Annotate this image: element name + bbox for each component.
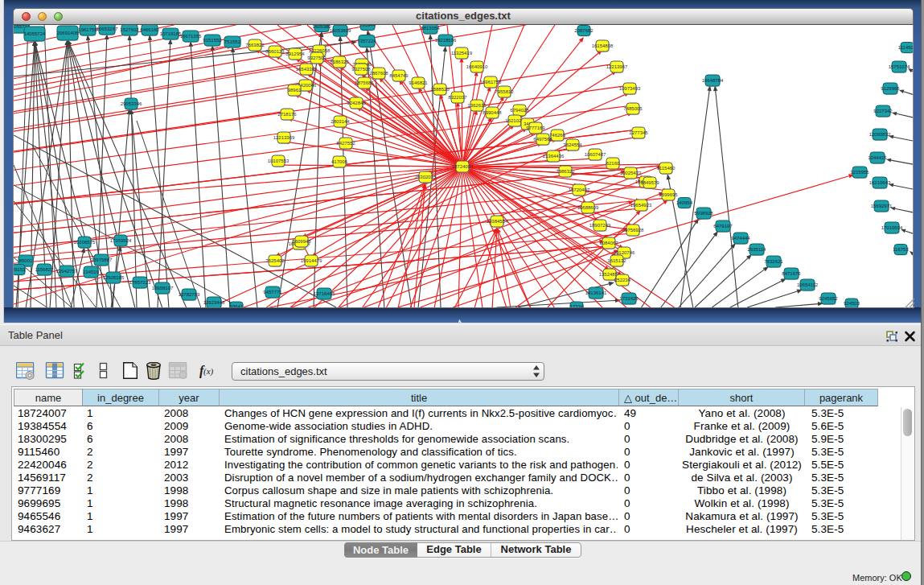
svg-text:1609948: 1609948 xyxy=(292,239,311,244)
svg-text:10107553: 10107553 xyxy=(268,159,290,163)
svg-text:2935114: 2935114 xyxy=(748,247,767,252)
svg-text:8186323: 8186323 xyxy=(330,60,349,64)
svg-text:9115460: 9115460 xyxy=(657,166,676,171)
svg-text:9327503: 9327503 xyxy=(307,56,326,60)
svg-text:10653267: 10653267 xyxy=(97,27,118,31)
svg-text:11325419: 11325419 xyxy=(451,51,473,56)
svg-text:21364436: 21364436 xyxy=(543,154,565,159)
svg-text:10688609: 10688609 xyxy=(577,205,599,210)
svg-text:9777169: 9777169 xyxy=(526,126,545,130)
svg-text:2718176: 2718176 xyxy=(277,112,297,117)
svg-text:10973493: 10973493 xyxy=(619,86,641,91)
svg-text:10120746: 10120746 xyxy=(614,250,635,255)
svg-text:1277345: 1277345 xyxy=(629,130,648,135)
svg-text:(x): (x) xyxy=(203,366,214,377)
svg-text:134519: 134519 xyxy=(83,270,100,274)
svg-text:19218506: 19218506 xyxy=(435,38,457,43)
svg-text:1849579: 1849579 xyxy=(640,180,659,185)
svg-text:15751074: 15751074 xyxy=(889,64,910,69)
svg-text:14136141: 14136141 xyxy=(585,290,607,295)
svg-text:10025433: 10025433 xyxy=(620,171,642,175)
svg-text:8813054: 8813054 xyxy=(421,26,440,31)
svg-text:62160: 62160 xyxy=(606,161,620,166)
svg-text:16053809: 16053809 xyxy=(330,28,351,33)
svg-text:8454749: 8454749 xyxy=(389,73,409,78)
svg-text:5875685: 5875685 xyxy=(355,80,374,85)
svg-text:13716485: 13716485 xyxy=(314,291,335,296)
svg-text:7485005: 7485005 xyxy=(623,106,643,111)
svg-text:1527602: 1527602 xyxy=(120,27,139,32)
svg-text:16648784: 16648784 xyxy=(702,78,724,83)
svg-text:1114501: 1114501 xyxy=(898,45,913,50)
svg-text:85001: 85001 xyxy=(19,258,33,263)
svg-text:12213369: 12213369 xyxy=(273,135,295,140)
svg-text:2803144: 2803144 xyxy=(331,119,350,124)
svg-text:18907249: 18907249 xyxy=(589,223,611,228)
svg-text:6479197: 6479197 xyxy=(713,224,733,229)
svg-text:8660123: 8660123 xyxy=(265,49,285,54)
svg-text:1588520: 1588520 xyxy=(430,87,450,92)
svg-text:252234: 252234 xyxy=(614,278,631,282)
svg-text:10719185: 10719185 xyxy=(160,31,182,36)
svg-text:5938928: 5938928 xyxy=(694,211,713,216)
svg-text:39153: 39153 xyxy=(14,267,26,272)
svg-text:10607487: 10607487 xyxy=(585,152,606,157)
svg-text:7357224: 7357224 xyxy=(357,39,376,43)
svg-text:25302035: 25302035 xyxy=(415,175,437,179)
svg-text:19384554: 19384554 xyxy=(487,219,508,224)
svg-text:17010504: 17010504 xyxy=(881,225,903,230)
svg-text:0699695: 0699695 xyxy=(659,192,678,197)
svg-text:8471676: 8471676 xyxy=(782,271,801,276)
svg-text:17359924: 17359924 xyxy=(110,238,132,243)
svg-text:924503: 924503 xyxy=(844,301,860,306)
svg-text:12093832: 12093832 xyxy=(869,132,891,137)
svg-text:6794028: 6794028 xyxy=(510,108,529,113)
svg-text:12923448: 12923448 xyxy=(203,300,225,305)
svg-text:9457771: 9457771 xyxy=(263,290,282,295)
svg-text:19756928: 19756928 xyxy=(622,228,644,233)
svg-text:10654112: 10654112 xyxy=(797,282,819,287)
svg-text:14055724: 14055724 xyxy=(24,31,46,36)
svg-text:7625402: 7625402 xyxy=(265,258,285,263)
svg-text:7955812: 7955812 xyxy=(495,89,514,94)
svg-text:9151552: 9151552 xyxy=(203,38,222,43)
svg-text:15720407: 15720407 xyxy=(569,187,590,192)
svg-text:93641: 93641 xyxy=(230,304,244,307)
svg-text:9129966: 9129966 xyxy=(881,86,900,91)
svg-text:17857223: 17857223 xyxy=(129,280,151,285)
svg-text:1733426: 1733426 xyxy=(619,296,639,301)
svg-text:7986322: 7986322 xyxy=(556,169,575,174)
svg-text:98961: 98961 xyxy=(288,88,302,93)
svg-text:8322037: 8322037 xyxy=(448,95,467,100)
svg-text:18724007: 18724007 xyxy=(452,164,474,169)
svg-text:140954: 140954 xyxy=(676,200,693,205)
svg-text:3624554: 3624554 xyxy=(563,142,582,147)
svg-text:1961759: 1961759 xyxy=(78,27,97,32)
svg-text:10958107: 10958107 xyxy=(152,286,174,290)
svg-text:30975887: 30975887 xyxy=(91,257,113,262)
svg-text:8427552: 8427552 xyxy=(336,141,355,146)
svg-text:8912954: 8912954 xyxy=(285,51,305,56)
svg-text:19654923: 19654923 xyxy=(630,203,652,208)
svg-text:17334: 17334 xyxy=(570,304,584,307)
svg-text:16640910: 16640910 xyxy=(466,64,488,69)
svg-text:1244415: 1244415 xyxy=(868,155,887,160)
svg-text:20206575: 20206575 xyxy=(74,240,96,245)
svg-text:9242848: 9242848 xyxy=(347,101,366,105)
svg-text:12942757: 12942757 xyxy=(56,269,78,274)
svg-text:1615132: 1615132 xyxy=(607,258,626,263)
svg-text:1156827: 1156827 xyxy=(35,267,55,272)
svg-text:29053346: 29053346 xyxy=(121,101,142,106)
svg-text:20691406: 20691406 xyxy=(57,31,79,35)
svg-text:1362615: 1362615 xyxy=(467,103,487,108)
svg-text:16961758: 16961758 xyxy=(480,80,502,84)
svg-text:9245652: 9245652 xyxy=(819,296,838,301)
svg-text:12213967: 12213967 xyxy=(606,64,628,69)
svg-text:760944: 760944 xyxy=(359,25,376,27)
svg-text:7632621: 7632621 xyxy=(764,259,783,264)
svg-text:9084067: 9084067 xyxy=(599,241,618,245)
svg-text:9227342: 9227342 xyxy=(873,109,893,113)
svg-text:16671355: 16671355 xyxy=(180,34,202,39)
svg-text:9146821: 9146821 xyxy=(409,80,428,85)
svg-text:116753: 116753 xyxy=(893,247,909,252)
